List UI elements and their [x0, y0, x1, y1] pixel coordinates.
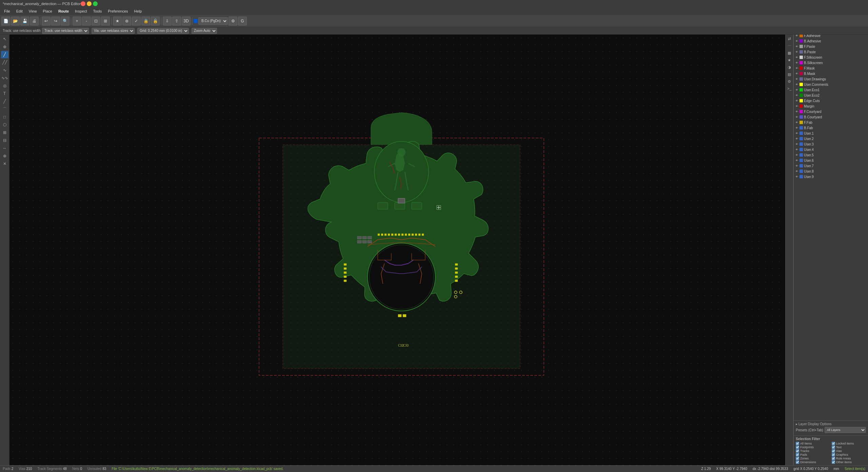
- layer-item-user-eco2[interactable]: 👁 User.Eco2: [794, 93, 868, 98]
- menu-route[interactable]: Route: [56, 8, 72, 14]
- measure-btn[interactable]: ↔: [1, 144, 8, 152]
- layer-item-b-silkscreen[interactable]: 👁 B.Silkscreen: [794, 60, 868, 65]
- zoom-fit-btn[interactable]: ⊡: [92, 17, 100, 25]
- filter-other-check[interactable]: [832, 460, 835, 464]
- menu-edit[interactable]: Edit: [14, 8, 25, 14]
- layer-eye-22[interactable]: 👁: [795, 142, 798, 146]
- lock-btn[interactable]: 🔒: [141, 17, 150, 25]
- layer-eye-15[interactable]: 👁: [795, 104, 798, 108]
- layer-eye-10[interactable]: 👁: [795, 77, 798, 81]
- zoom-out-btn[interactable]: -: [82, 17, 91, 25]
- menu-file[interactable]: File: [1, 8, 13, 14]
- drc-btn[interactable]: ✓: [132, 17, 141, 25]
- filter-rule-areas-check[interactable]: [832, 457, 835, 460]
- ratsnest-btn[interactable]: ⊛: [122, 17, 131, 25]
- layer-eye-16[interactable]: 👁: [795, 110, 798, 113]
- layer-eye-14[interactable]: 👁: [795, 99, 798, 102]
- layer-eye-28[interactable]: 👁: [795, 175, 798, 178]
- filter-footprints-check[interactable]: [796, 446, 799, 449]
- show-zone-btn[interactable]: ▤: [786, 71, 793, 78]
- import-btn[interactable]: ⇩: [163, 17, 172, 25]
- route-diff-btn[interactable]: ╱╱: [1, 59, 8, 66]
- filter-tracks-check[interactable]: [796, 449, 799, 453]
- layer-eye-12[interactable]: 👁: [795, 88, 798, 92]
- layer-eye-5[interactable]: 👁: [795, 50, 798, 54]
- layer-eye-25[interactable]: 👁: [795, 159, 798, 162]
- flip-board-btn[interactable]: ⇄: [786, 35, 793, 42]
- layer-eye-3[interactable]: 👁: [795, 39, 798, 43]
- filter-dimensions-check[interactable]: [796, 460, 799, 464]
- gerber-btn[interactable]: G: [238, 17, 247, 25]
- filter-pads-check[interactable]: [796, 453, 799, 456]
- layer-eye-20[interactable]: 👁: [795, 132, 798, 135]
- layer-eye-6[interactable]: 👁: [795, 56, 798, 59]
- search-btn[interactable]: 🔍: [61, 17, 70, 25]
- layer-item-user-comments[interactable]: 👁 User.Comments: [794, 82, 868, 87]
- route-single-btn[interactable]: ╱: [1, 51, 8, 58]
- layer-eye-11[interactable]: 👁: [795, 83, 798, 86]
- menu-tools[interactable]: Tools: [91, 8, 105, 14]
- add-keepout-btn[interactable]: ⊟: [1, 137, 8, 144]
- layer-item-user-9[interactable]: 👁 User.9: [794, 174, 868, 179]
- layer-item-user-eco1[interactable]: 👁 User.Eco1: [794, 87, 868, 93]
- layer-item-user-8[interactable]: 👁 User.8: [794, 169, 868, 174]
- highlight-btn[interactable]: ★: [113, 17, 122, 25]
- layer-item-user-4[interactable]: 👁 User.4: [794, 147, 868, 152]
- add-via-btn[interactable]: ◎: [1, 82, 8, 90]
- grid-select[interactable]: Grid: 0.2540 mm (0.0100 in): [137, 28, 189, 34]
- layer-item-b-fab[interactable]: 👁 B.Fab: [794, 125, 868, 131]
- add-arc-btn[interactable]: ⌒: [1, 105, 8, 113]
- layer-eye-27[interactable]: 👁: [795, 170, 798, 173]
- net-settings-btn[interactable]: ⚙: [229, 17, 237, 25]
- canvas-area[interactable]: C32 C33: [9, 35, 793, 465]
- 3d-btn[interactable]: 3D: [182, 17, 191, 25]
- delete-btn[interactable]: ✕: [1, 160, 8, 168]
- tune-single-btn[interactable]: ∿: [1, 66, 8, 74]
- layer-item-b-courtyard[interactable]: 👁 B.Courtyard: [794, 114, 868, 120]
- print-btn[interactable]: 🖨: [30, 17, 39, 25]
- board-setup-btn[interactable]: ⚙: [786, 78, 793, 85]
- close-btn[interactable]: [81, 1, 85, 6]
- maximize-btn[interactable]: [93, 1, 98, 6]
- add-line-btn[interactable]: ╱: [1, 98, 8, 105]
- layer-eye-23[interactable]: 👁: [795, 148, 798, 151]
- highlight-net-btn[interactable]: ★: [786, 57, 793, 63]
- add-zone-btn[interactable]: ⊞: [1, 129, 8, 136]
- layer-item-f-paste[interactable]: 👁 F.Paste: [794, 44, 868, 49]
- layer-item-f-fab[interactable]: 👁 F.Fab: [794, 120, 868, 125]
- select-btn[interactable]: ↖: [1, 35, 8, 43]
- layer-item-user-7[interactable]: 👁 User.7: [794, 163, 868, 169]
- presets-select[interactable]: All Layers: [825, 427, 866, 433]
- add-poly-btn[interactable]: ⬡: [1, 121, 8, 129]
- track-width-select[interactable]: Track: use netclass width: [42, 28, 89, 34]
- layer-item-margin[interactable]: 👁 Margin: [794, 103, 868, 109]
- layer-item-user-2[interactable]: 👁 User.2: [794, 136, 868, 141]
- layers-list[interactable]: 👁 F.Cu 👁 B.Cu 👁 F.Adhesive 👁 B.Adhesive …: [794, 22, 868, 420]
- add-text-btn[interactable]: T: [1, 90, 8, 97]
- open-btn[interactable]: 📂: [11, 17, 20, 25]
- menu-help[interactable]: Help: [132, 8, 145, 14]
- filter-all-items-check[interactable]: [796, 442, 799, 445]
- dim-other-btn[interactable]: ◑: [786, 64, 793, 71]
- menu-view[interactable]: View: [26, 8, 40, 14]
- filter-graphics-check[interactable]: [832, 453, 835, 456]
- layer-item-f-silkscreen[interactable]: 👁 F.Silkscreen: [794, 55, 868, 60]
- layer-eye-13[interactable]: 👁: [795, 94, 798, 97]
- layer-eye-8[interactable]: 👁: [795, 66, 798, 70]
- layer-item-b-mask[interactable]: 👁 B.Mask: [794, 71, 868, 76]
- new-btn[interactable]: 📄: [1, 17, 10, 25]
- add-rect-btn[interactable]: □: [1, 113, 8, 121]
- menu-place[interactable]: Place: [40, 8, 55, 14]
- net-selector[interactable]: B.Cu (PgDn): [198, 17, 228, 25]
- filter-text-check[interactable]: [832, 446, 835, 449]
- layer-item-user-drawings[interactable]: 👁 User.Drawings: [794, 76, 868, 82]
- zoom-select[interactable]: Zoom Auto: [192, 28, 217, 34]
- layer-item-f-mask[interactable]: 👁 F.Mask: [794, 65, 868, 71]
- layer-item-user-5[interactable]: 👁 User.5: [794, 152, 868, 158]
- copper-pour-btn[interactable]: ▦: [786, 50, 793, 56]
- export-btn[interactable]: ⇧: [172, 17, 181, 25]
- layer-eye-19[interactable]: 👁: [795, 126, 798, 130]
- layer-item-f-courtyard[interactable]: 👁 F.Courtyard: [794, 109, 868, 114]
- menu-preferences[interactable]: Preferences: [105, 8, 131, 14]
- layer-item-user-1[interactable]: 👁 User.1: [794, 131, 868, 136]
